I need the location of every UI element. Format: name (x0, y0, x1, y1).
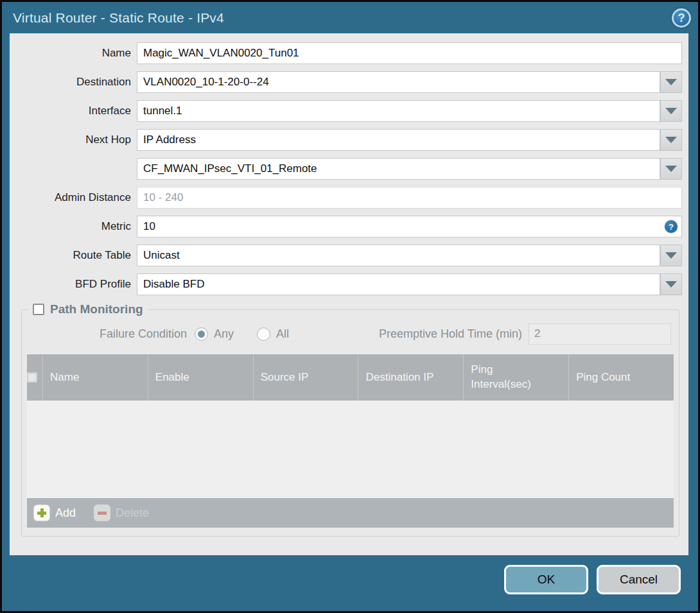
metric-input[interactable] (137, 216, 682, 237)
next-hop-address-input[interactable] (137, 158, 660, 180)
next-hop-address-dropdown-button[interactable] (660, 158, 682, 180)
field-row-bfd-profile: BFD Profile (10, 273, 682, 295)
field-row-admin-distance: Admin Distance (10, 187, 682, 209)
metric-label: Metric (10, 220, 137, 233)
admin-distance-input[interactable] (137, 187, 682, 209)
chevron-down-icon (665, 137, 677, 143)
path-monitoring-checkbox[interactable] (33, 304, 44, 315)
destination-dropdown-button[interactable] (660, 71, 682, 93)
failure-condition-radio-all[interactable] (257, 327, 270, 341)
table-header-ping-count: Ping Count (568, 354, 674, 401)
interface-dropdown-button[interactable] (660, 100, 682, 122)
failure-condition-option-any-label: Any (214, 327, 234, 341)
preemptive-hold-time-input[interactable] (529, 324, 671, 345)
delete-button[interactable]: Delete (94, 505, 149, 521)
next-hop-label: Next Hop (10, 134, 137, 146)
chevron-down-icon (665, 252, 677, 259)
help-icon[interactable]: ? (672, 8, 691, 28)
field-row-interface: Interface (10, 100, 682, 122)
route-table-label: Route Table (10, 249, 137, 262)
failure-condition-label: Failure Condition (26, 327, 195, 341)
interface-input[interactable] (137, 100, 660, 122)
table-header-enable: Enable (148, 354, 253, 401)
path-monitoring-legend: Path Monitoring (28, 302, 148, 316)
ok-button[interactable]: OK (504, 565, 588, 594)
path-monitoring-group: Path Monitoring Failure Condition Any Al… (21, 302, 679, 537)
preemptive-hold-time-label: Preemptive Hold Time (min) (379, 327, 529, 341)
failure-condition-radio-any[interactable] (195, 327, 208, 341)
chevron-down-icon (665, 281, 677, 288)
failure-condition-row: Failure Condition Any All Preemptive Hol… (26, 323, 671, 345)
field-row-metric: Metric ? (10, 216, 682, 237)
table-footer-bar: Add Delete (27, 498, 674, 528)
route-table-input[interactable] (137, 245, 660, 266)
table-header-checkbox-cell (27, 354, 42, 401)
table-header-ping-interval: Ping Interval(sec) (463, 354, 568, 401)
table-header-destination-ip: Destination IP (358, 354, 463, 401)
table-header-name: Name (42, 354, 148, 401)
field-row-next-hop: Next Hop (10, 129, 682, 151)
bfd-profile-label: BFD Profile (10, 278, 137, 291)
metric-info-icon[interactable]: ? (665, 220, 678, 233)
table-header-source-ip: Source IP (253, 354, 358, 401)
name-label: Name (10, 47, 137, 60)
next-hop-type-input[interactable] (137, 129, 660, 151)
failure-condition-option-all-label: All (276, 327, 289, 341)
field-row-name: Name (10, 42, 682, 64)
field-row-next-hop-address (10, 158, 682, 180)
chevron-down-icon (665, 79, 677, 85)
field-row-destination: Destination (10, 71, 682, 93)
destination-input[interactable] (137, 71, 660, 93)
next-hop-type-dropdown-button[interactable] (660, 129, 682, 151)
name-input[interactable] (137, 42, 682, 64)
chevron-down-icon (665, 108, 677, 114)
cancel-button[interactable]: Cancel (597, 565, 681, 594)
route-table-dropdown-button[interactable] (660, 245, 682, 266)
dialog-title: Virtual Router - Static Route - IPv4 (13, 10, 224, 26)
destination-label: Destination (10, 76, 137, 89)
plus-icon (33, 505, 50, 521)
add-button[interactable]: Add (33, 505, 76, 521)
radio-dot-icon (198, 331, 205, 338)
chevron-down-icon (665, 166, 677, 172)
dialog-footer-buttons: OK Cancel (504, 565, 681, 594)
dialog-body: Name Destination Interface Next Hop (10, 33, 688, 555)
interface-label: Interface (10, 105, 137, 117)
path-monitoring-table: Name Enable Source IP Destination IP Pin… (27, 354, 674, 528)
dialog-frame: Virtual Router - Static Route - IPv4 ? N… (0, 0, 700, 613)
table-header-row: Name Enable Source IP Destination IP Pin… (27, 354, 674, 401)
table-body-empty (27, 401, 674, 498)
bfd-profile-dropdown-button[interactable] (660, 273, 682, 295)
admin-distance-label: Admin Distance (10, 191, 137, 204)
select-all-checkbox[interactable] (27, 372, 37, 383)
minus-icon (94, 505, 110, 521)
dialog-titlebar: Virtual Router - Static Route - IPv4 ? (2, 2, 698, 33)
bfd-profile-input[interactable] (137, 273, 660, 295)
path-monitoring-title: Path Monitoring (50, 302, 143, 316)
field-row-route-table: Route Table (10, 245, 682, 266)
